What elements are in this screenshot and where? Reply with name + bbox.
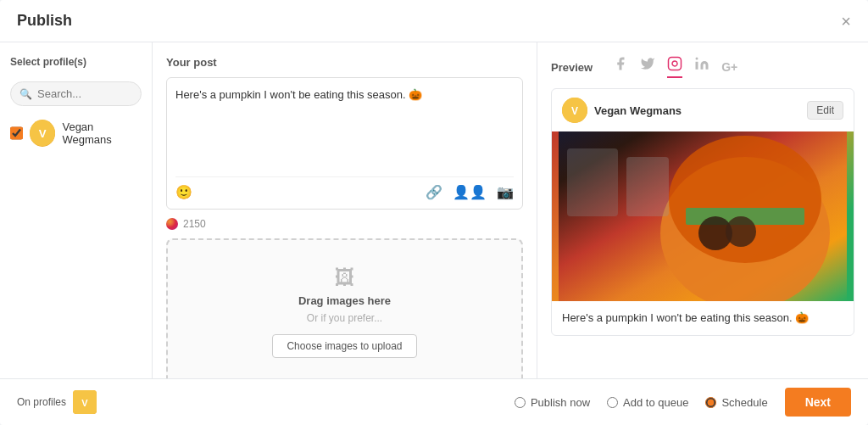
toolbar-icons-right: 🔗 👤👤 📷 [426, 184, 514, 200]
or-text: Or if you prefer... [307, 312, 382, 324]
close-button[interactable]: × [841, 13, 851, 30]
preview-label: Preview [551, 61, 593, 74]
preview-caption: Here's a pumpkin I won't be eating this … [552, 301, 854, 335]
char-count-row: 2150 [166, 218, 523, 230]
modal-footer: On profiles V Publish now Add to queue S… [0, 378, 868, 425]
post-toolbar: 🙂 🔗 👤👤 📷 [175, 176, 514, 200]
social-icons-row: G+ [613, 56, 737, 78]
select-profiles-label: Select profile(s) [10, 56, 142, 68]
preview-avatar: V [562, 98, 587, 123]
search-input[interactable] [37, 87, 132, 100]
publish-modal: Publish × Select profile(s) 🔍 V Vegan We… [0, 0, 868, 425]
preview-card-header: V Vegan Wegmans Edit [552, 89, 854, 131]
toolbar-icons-left: 🙂 [175, 184, 192, 200]
publish-now-radio-group[interactable]: Publish now [515, 396, 590, 409]
next-button[interactable]: Next [785, 388, 851, 417]
preview-header: Preview [551, 56, 854, 78]
add-to-queue-label: Add to queue [623, 396, 688, 409]
footer-right: Publish now Add to queue Schedule Next [515, 388, 851, 417]
modal-header: Publish × [0, 0, 868, 42]
schedule-radio-group[interactable]: Schedule [705, 396, 767, 409]
char-count: 2150 [183, 218, 206, 230]
schedule-label: Schedule [721, 396, 767, 409]
modal-title: Publish [17, 12, 72, 30]
footer-left: On profiles V [17, 390, 97, 414]
instagram-tab[interactable] [667, 56, 682, 78]
profile-item-vegan-wegmans: V Vegan Wegmans [10, 116, 142, 150]
search-icon: 🔍 [19, 88, 32, 100]
svg-rect-3 [669, 58, 682, 70]
your-post-label: Your post [166, 56, 523, 69]
svg-point-13 [726, 216, 756, 247]
svg-rect-15 [626, 157, 669, 216]
profile-avatar-vegan-wegmans: V [30, 120, 55, 147]
right-panel: Preview [537, 42, 868, 378]
post-textarea-wrap: 🙂 🔗 👤👤 📷 [166, 77, 523, 210]
add-to-queue-radio-group[interactable]: Add to queue [607, 396, 688, 409]
choose-images-button[interactable]: Choose images to upload [272, 334, 416, 358]
svg-point-5 [696, 58, 698, 60]
publish-now-radio[interactable] [515, 397, 526, 408]
preview-image [552, 131, 854, 301]
mid-panel: Your post 🙂 🔗 👤👤 📷 2150 [153, 42, 537, 378]
svg-text:V: V [39, 127, 47, 140]
facebook-tab[interactable] [613, 56, 628, 78]
link-icon[interactable]: 🔗 [426, 184, 442, 200]
footer-profile-thumb: V [73, 390, 97, 414]
preview-card: V Vegan Wegmans Edit [551, 88, 854, 336]
twitter-tab[interactable] [640, 56, 655, 78]
profile-name-vegan-wegmans: Vegan Wegmans [62, 120, 142, 146]
drag-images-text: Drag images here [298, 294, 391, 307]
emoji-icon[interactable]: 🙂 [175, 184, 192, 200]
linkedin-tab[interactable] [694, 56, 709, 78]
tag-icon[interactable]: 👤👤 [453, 184, 487, 200]
edit-button[interactable]: Edit [807, 101, 843, 120]
camera-icon[interactable]: 📷 [497, 184, 514, 200]
on-profiles-label: On profiles [17, 396, 66, 408]
add-to-queue-radio[interactable] [607, 397, 618, 408]
profile-checkbox-vegan-wegmans[interactable] [10, 126, 23, 140]
search-box[interactable]: 🔍 [10, 81, 142, 106]
svg-text:V: V [571, 105, 578, 117]
publish-now-label: Publish now [531, 396, 590, 409]
preview-profile-name: Vegan Wegmans [594, 104, 682, 117]
instagram-dot [166, 218, 178, 230]
schedule-radio[interactable] [705, 397, 716, 408]
modal-body: Select profile(s) 🔍 V Vegan Wegmans Your… [0, 42, 868, 378]
upload-area[interactable]: 🖼 Drag images here Or if you prefer... C… [166, 238, 523, 379]
post-textarea[interactable] [175, 87, 514, 170]
svg-text:V: V [81, 398, 88, 408]
googleplus-tab[interactable]: G+ [721, 59, 737, 75]
upload-icon: 🖼 [335, 266, 355, 289]
svg-rect-14 [567, 148, 618, 216]
preview-profile-row: V Vegan Wegmans [562, 98, 682, 123]
left-panel: Select profile(s) 🔍 V Vegan Wegmans [0, 42, 153, 378]
